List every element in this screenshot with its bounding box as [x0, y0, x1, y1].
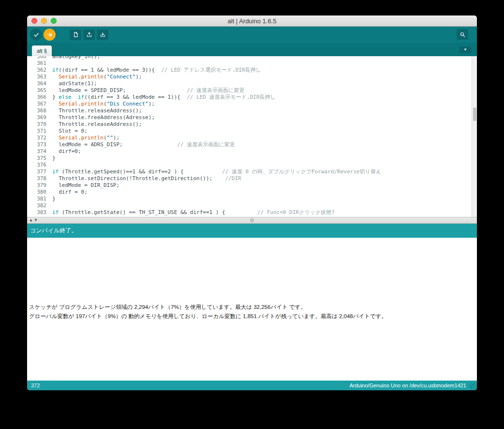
code-token: println	[81, 74, 104, 80]
code-line: 374 dirf=0;	[27, 148, 477, 155]
footer-board-info: Arduino/Genuino Uno on /dev/cu.usbmodem1…	[349, 381, 466, 390]
console-line: グローバル変数が 197バイト（9%）の 動的メモリを使用しており、ローカル変数…	[29, 312, 472, 321]
serial-monitor-button[interactable]	[457, 29, 468, 40]
code-line: 360analogKey_in();	[27, 56, 477, 60]
code-token: );	[135, 74, 142, 80]
code-line: 368 Throttle.releaseAddress();	[27, 107, 477, 114]
code-token: //DIR	[225, 175, 241, 182]
verify-button[interactable]	[30, 29, 42, 41]
code-text: dirf = 0;	[52, 189, 88, 196]
code-token: }	[52, 94, 59, 100]
code-token: Serial	[59, 74, 78, 80]
code-token: .	[78, 135, 81, 141]
window-title: alt | Arduino 1.6.5	[228, 17, 277, 25]
save-button[interactable]	[97, 30, 108, 40]
scrollbar-thumb[interactable]	[473, 107, 476, 121]
open-button[interactable]	[83, 30, 95, 40]
code-line: 369 Throttle.freeAddress(Adresse);	[27, 114, 477, 121]
collapse-down-icon[interactable]: ▼	[34, 218, 39, 222]
line-number: 373	[27, 141, 49, 148]
line-number: 372	[27, 135, 49, 141]
code-token: (	[104, 74, 107, 80]
code-token: Serial	[59, 101, 78, 107]
new-sketch-button[interactable]	[70, 30, 81, 40]
code-text: Serial.println("");	[52, 135, 119, 141]
code-line: 364 adrState(1);	[27, 80, 477, 87]
line-number: 360	[27, 56, 49, 60]
code-editor[interactable]: 360analogKey_in();361362if((dirf == 1 &&…	[27, 56, 477, 217]
code-token: ""	[107, 135, 113, 141]
tab-menu-button[interactable]: ▼	[460, 46, 471, 53]
code-token: (Throttle.getState() == TH_ST_IN_USE && …	[59, 209, 225, 215]
collapse-up-icon[interactable]: ▲	[29, 218, 34, 222]
code-token: dirf = 0;	[52, 189, 88, 195]
code-token: }	[52, 155, 56, 161]
code-text: Serial.println("Connect");	[52, 74, 142, 80]
minimize-button[interactable]	[41, 18, 47, 24]
code-token: .	[78, 101, 81, 107]
code-token: println	[81, 101, 104, 107]
code-token: println	[81, 135, 104, 141]
code-token: adrState(1);	[52, 80, 97, 87]
line-number: 375	[27, 155, 49, 162]
title-bar[interactable]: alt | Arduino 1.6.5	[27, 15, 477, 27]
code-text: Serial.println("Dis Connect");	[52, 101, 155, 107]
code-token: Throttle.freeAddress(Adresse);	[52, 114, 155, 121]
divider-collapse-buttons[interactable]: ▲▼	[29, 217, 39, 223]
new-sketch-icon	[73, 31, 79, 38]
line-number: 377	[27, 169, 49, 175]
code-line: 365 ledMode = SPEED_DISP; // 速度表示画面に変更	[27, 87, 477, 94]
editor-vertical-scrollbar[interactable]	[472, 56, 477, 217]
code-token: ((dirf == 3 && ledMode == 1)){	[84, 94, 187, 100]
code-token: "Dis Connect"	[107, 101, 148, 107]
code-token: if	[52, 67, 59, 73]
code-line: 363 Serial.println("Connect");	[27, 74, 477, 80]
code-text: }	[52, 196, 56, 202]
code-line: 377if (Throttle.getSpeed()==1 && dirf==2…	[27, 169, 477, 175]
code-token: if	[78, 94, 84, 100]
code-text: Throttle.releaseAddress();	[52, 107, 142, 114]
code-token: // 速度表示画面に変更	[177, 141, 235, 148]
code-line: 376	[27, 162, 477, 169]
tab-label: alt §	[37, 48, 47, 54]
line-number: 380	[27, 189, 49, 196]
code-line: 373 ledMode = ADRS_DISP; // 速度表示画面に変更	[27, 141, 477, 148]
code-token: ledMode = ADRS_DISP;	[52, 141, 123, 148]
code-line: 382	[27, 202, 477, 209]
resize-grip[interactable]	[470, 383, 477, 390]
line-number: 367	[27, 101, 49, 107]
code-text: dirf=0;	[52, 148, 81, 155]
code-text: ledMode = DIR_DISP;	[52, 182, 119, 189]
tab-alt[interactable]: alt §	[32, 46, 52, 56]
code-token: if	[52, 209, 59, 215]
code-text: Throttle.setDirection(!Throttle.getDirec…	[52, 175, 241, 182]
code-token	[184, 169, 222, 175]
code-text: ledMode = SPEED_DISP; // 速度表示画面に変更	[52, 87, 244, 94]
code-token: // Func=0 DIRクリック状態?	[257, 209, 335, 215]
zoom-button[interactable]	[51, 18, 57, 24]
code-text: } else if((dirf == 3 && ledMode == 1)){ …	[52, 94, 276, 101]
code-token: Serial	[59, 135, 78, 141]
code-line: 381}	[27, 196, 477, 202]
code-line: 372 Serial.println("");	[27, 135, 477, 141]
tab-bar: alt § ▼	[27, 43, 477, 56]
code-token: Throttle.setDirection(!Throttle.getDirec…	[52, 175, 225, 182]
code-line: 367 Serial.println("Dis Connect");	[27, 101, 477, 107]
editor-console-divider[interactable]: ▲▼	[27, 217, 477, 224]
code-token: }	[52, 196, 56, 202]
close-button[interactable]	[31, 18, 37, 24]
code-line: 361	[27, 60, 477, 67]
line-number: 365	[27, 87, 49, 94]
code-line: 371 Slot = 0;	[27, 128, 477, 135]
line-number: 379	[27, 182, 49, 189]
code-token: Throttle.releaseAddress();	[52, 121, 142, 127]
code-token: // LED 速度表示モード,DIR長押し	[187, 94, 276, 100]
footer-line-number: 372	[31, 383, 40, 388]
code-line: 378 Throttle.setDirection(!Throttle.getD…	[27, 175, 477, 182]
open-icon	[86, 31, 92, 38]
upload-button[interactable]	[44, 29, 56, 41]
code-text: ledMode = ADRS_DISP; // 速度表示画面に変更	[52, 141, 235, 148]
console-output: スケッチが プログラムストレージ領域の 2,294バイト（7%）を使用しています…	[27, 238, 477, 381]
code-token	[72, 94, 78, 100]
status-bar: コンパイル終了。	[27, 224, 477, 238]
